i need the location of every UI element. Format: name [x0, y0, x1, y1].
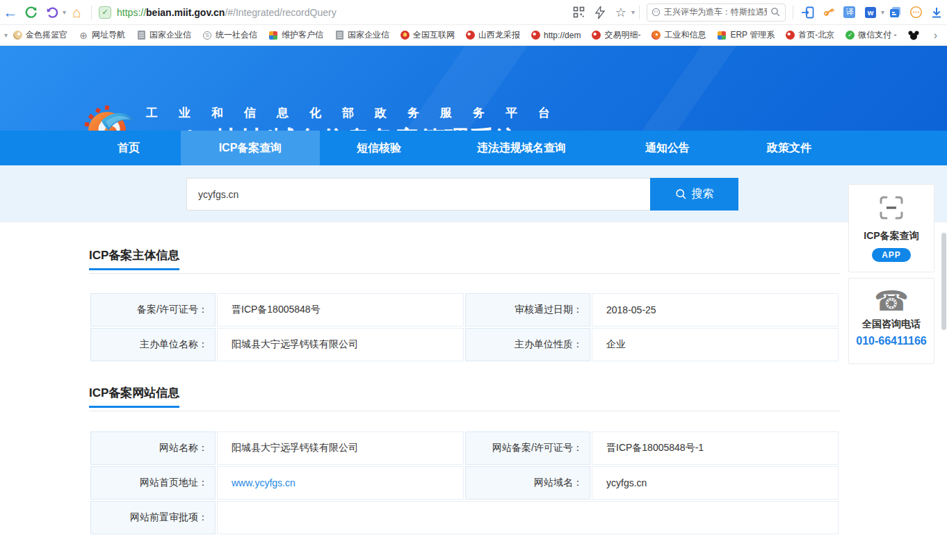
search-icon	[675, 188, 687, 200]
bookmarks-overflow-icon[interactable]: ›	[928, 29, 943, 42]
qr-scan-icon	[878, 195, 905, 221]
field-label: 审核通过日期：	[465, 293, 590, 327]
bookmark-item[interactable]	[903, 27, 925, 44]
bookmark-item[interactable]: 国家企业信	[131, 27, 197, 44]
field-label: 网站名称：	[90, 431, 216, 465]
field-value: 晋ICP备18005848号-1	[592, 431, 839, 465]
icp-app-card[interactable]: ICP备案查询 APP	[848, 184, 934, 272]
undo-icon[interactable]	[42, 3, 63, 22]
toolbar-divider	[91, 6, 92, 19]
bookmark-label: 统一社会信	[216, 29, 257, 41]
toolbar-divider	[793, 6, 793, 19]
hot-search-text: 王兴评华为造车：特斯拉遇到	[664, 6, 767, 18]
field-value: 阳城县大宁远孚钙镁有限公司	[217, 431, 464, 465]
field-value: 晋ICP备18005848号	[217, 293, 464, 327]
home-glyph: ⌂	[72, 5, 81, 19]
url-scheme: https://	[117, 7, 146, 18]
nav-tab-icp-query[interactable]: ICP备案查询	[181, 131, 320, 165]
bookmark-item[interactable]: ⊕网址导航	[73, 27, 131, 44]
download-icon[interactable]	[926, 3, 947, 22]
red-site-favicon	[466, 31, 475, 40]
multi-window-icon[interactable]	[884, 3, 905, 22]
field-value: 2018-05-25	[592, 293, 839, 327]
field-value: www.ycyfgs.cn	[217, 466, 464, 500]
login-device-icon[interactable]	[798, 3, 818, 22]
search-button[interactable]: 搜索	[650, 178, 738, 211]
bookmark-item[interactable]: S统一社会信	[197, 27, 263, 44]
bookmark-label: 山西龙采报	[478, 29, 520, 41]
download-glyph	[930, 6, 943, 19]
field-label: 主办单位名称：	[90, 328, 216, 361]
field-value: 企业	[592, 328, 839, 361]
feedback-smiley-icon[interactable]	[905, 3, 926, 22]
bookmark-item[interactable]: ERP 管理系	[711, 27, 780, 44]
bookmarks-bar: ▾ 金色摇篮官 ⊕网址导航 国家企业信 S统一社会信 维护客户信 国家企业信 全…	[0, 25, 947, 46]
bookmark-item[interactable]: 交易明细-	[586, 27, 646, 44]
website-section-heading: ICP备案网站信息	[89, 385, 179, 408]
red-site-favicon	[531, 31, 540, 40]
qr-code-icon[interactable]	[569, 3, 590, 22]
bookmark-item[interactable]: 首页-北京	[780, 27, 840, 44]
scrollbar-thumb[interactable]	[941, 233, 946, 330]
miit-logo	[82, 99, 138, 131]
color-grid-favicon	[269, 31, 277, 40]
bookmark-item[interactable]: http://dem	[526, 27, 586, 44]
credit-badge-favicon: S	[203, 31, 211, 40]
subject-info-table: 备案/许可证号： 晋ICP备18005848号 审核通过日期： 2018-05-…	[89, 292, 840, 363]
secure-shield-icon[interactable]: ✓	[99, 6, 111, 19]
color-grid-favicon	[718, 31, 726, 40]
domain-search-input[interactable]	[186, 178, 650, 211]
field-label: 备案/许可证号：	[90, 293, 216, 327]
nav-tab-illegal-domain[interactable]: 违法违规域名查询	[438, 131, 605, 165]
qr-glyph	[573, 6, 585, 18]
nav-tab-notices[interactable]: 通知公告	[605, 131, 730, 165]
globe-favicon: ⊕	[79, 31, 88, 40]
bookmark-item[interactable]: 全国互联网	[395, 27, 460, 44]
windows-glyph	[889, 6, 902, 19]
hot-search-box[interactable]: 王兴评华为造车：特斯拉遇到	[647, 3, 786, 22]
nav-tab-policies[interactable]: 政策文件	[730, 131, 848, 165]
field-label: 网站首页地址：	[90, 466, 216, 500]
undo-glyph	[45, 6, 59, 19]
bookmark-item[interactable]: 维护客户信	[263, 27, 329, 44]
translate-icon[interactable]: 译	[839, 3, 860, 22]
bookmark-label: 金色摇篮官	[26, 29, 67, 41]
app-badge[interactable]: APP	[872, 248, 911, 262]
field-label: 网站域名：	[465, 466, 590, 500]
password-key-icon[interactable]	[818, 3, 839, 22]
bookmark-label: 网址导航	[92, 29, 125, 41]
home-icon[interactable]: ⌂	[66, 3, 87, 22]
app-card-label: ICP备案查询	[849, 230, 934, 242]
field-label: 网站备案/许可证号：	[465, 431, 590, 465]
header-decor	[624, 46, 746, 131]
refresh-icon[interactable]	[21, 3, 42, 22]
bookmark-item[interactable]: 国家企业信	[329, 27, 395, 44]
hot-topic-icon	[651, 8, 661, 17]
section-divider	[89, 411, 840, 411]
nav-tab-home[interactable]: 首页	[76, 131, 181, 165]
word-doc-icon[interactable]: w	[860, 3, 881, 22]
mickey-favicon	[908, 31, 919, 40]
url-text[interactable]: https://beian.miit.gov.cn/#/Integrated/r…	[117, 7, 337, 18]
smiley-glyph	[909, 6, 923, 19]
search-icon[interactable]	[770, 7, 781, 17]
address-bar[interactable]: ✓ https://beian.miit.gov.cn/#/Integrated…	[99, 6, 337, 19]
document-favicon	[138, 31, 145, 40]
back-icon[interactable]: ←	[0, 3, 21, 22]
bookmark-item[interactable]: 山西龙采报	[460, 27, 526, 44]
homepage-link[interactable]: www.ycyfgs.cn	[232, 477, 296, 488]
bookmark-item[interactable]: 金色摇篮官	[8, 27, 73, 44]
word-glyph: w	[865, 7, 876, 18]
bookmark-item[interactable]: ✓微信支付 -	[840, 27, 902, 44]
nav-tab-sms-verify[interactable]: 短信核验	[320, 131, 438, 165]
bookmark-label: 全国互联网	[413, 29, 455, 41]
bookmark-star-icon[interactable]: ☆	[610, 3, 631, 22]
phone-card[interactable]: ☎ 全国咨询电话 010-66411166	[848, 278, 934, 364]
bookmark-item[interactable]: 工业和信息	[646, 27, 711, 44]
website-info-table: 网站名称： 阳城县大宁远孚钙镁有限公司 网站备案/许可证号： 晋ICP备1800…	[89, 430, 840, 536]
accelerator-lightning-icon[interactable]	[590, 3, 610, 22]
lightning-glyph	[595, 6, 605, 19]
star-dropdown-icon[interactable]: ▾	[631, 8, 635, 16]
phone-number[interactable]: 010-66411166	[849, 335, 934, 347]
url-host: beian.miit.gov.cn	[146, 7, 225, 18]
